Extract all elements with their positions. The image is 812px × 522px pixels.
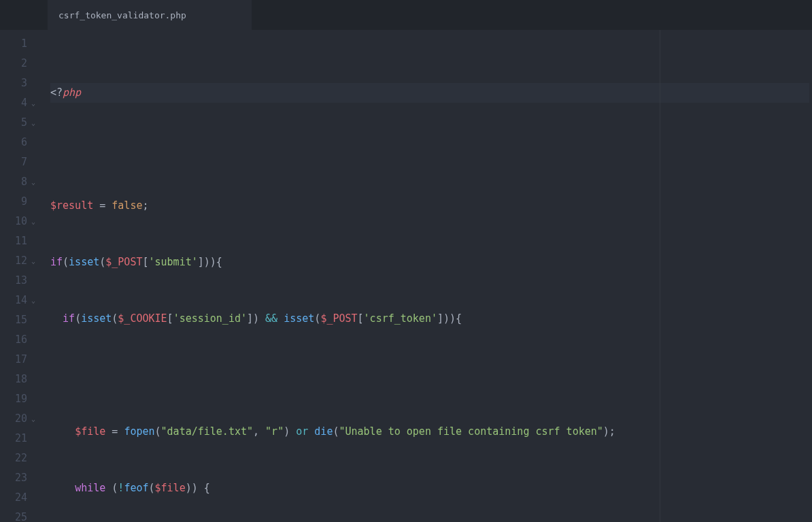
scrollbar[interactable] [809, 30, 812, 522]
line-number[interactable]: 6 [0, 133, 41, 152]
fold-icon[interactable]: ⌄ [30, 172, 37, 192]
code-line: $file = fopen("data/file.txt", "r") or d… [50, 422, 809, 442]
line-number[interactable]: 1 [0, 34, 41, 54]
tab-bar: csrf_token_validator.php [0, 0, 812, 30]
line-number[interactable]: 12⌄ [0, 251, 41, 271]
line-number[interactable]: 14⌄ [0, 291, 41, 310]
line-number[interactable]: 25 [0, 508, 41, 522]
line-number[interactable]: 23 [0, 468, 41, 488]
code-line: if(isset($_POST['submit'])){ [50, 252, 809, 272]
gutter: 1234⌄5⌄678⌄910⌄1112⌄1314⌄151617181920⌄21… [0, 30, 41, 522]
php-open-bracket: <? [50, 86, 63, 99]
tab-spacer [0, 0, 48, 30]
fold-icon[interactable]: ⌄ [30, 409, 37, 429]
code-line [50, 365, 809, 385]
line-number[interactable]: 3 [0, 74, 41, 93]
line-number[interactable]: 10⌄ [0, 212, 41, 231]
code-line [50, 140, 809, 159]
code-line: if(isset($_COOKIE['session_id']) && isse… [50, 309, 809, 329]
ruler [660, 30, 660, 522]
line-number[interactable]: 17 [0, 350, 41, 370]
line-number[interactable]: 21 [0, 429, 41, 448]
fold-icon[interactable]: ⌄ [30, 113, 37, 133]
line-number[interactable]: 15 [0, 310, 41, 330]
editor: 1234⌄5⌄678⌄910⌄1112⌄1314⌄151617181920⌄21… [0, 30, 812, 522]
line-number[interactable]: 24 [0, 488, 41, 508]
line-number[interactable]: 20⌄ [0, 409, 41, 429]
code-line: <?php [50, 83, 809, 103]
fold-icon[interactable]: ⌄ [30, 291, 37, 310]
line-number[interactable]: 19 [0, 389, 41, 409]
line-number[interactable]: 5⌄ [0, 113, 41, 133]
line-number[interactable]: 16 [0, 330, 41, 350]
php-tag: php [63, 86, 81, 99]
line-number[interactable]: 18 [0, 370, 41, 389]
line-number[interactable]: 22 [0, 448, 41, 468]
fold-icon[interactable]: ⌄ [30, 212, 37, 231]
code-area[interactable]: <?php $result = false; if(isset($_POST['… [41, 30, 809, 522]
tab-filename: csrf_token_validator.php [58, 10, 186, 20]
tab-active[interactable]: csrf_token_validator.php [48, 0, 252, 30]
line-number[interactable]: 2 [0, 54, 41, 74]
fold-icon[interactable]: ⌄ [30, 93, 37, 113]
line-number[interactable]: 7 [0, 152, 41, 172]
line-number[interactable]: 9 [0, 192, 41, 212]
code-line: while (!feof($file)) { [50, 478, 809, 498]
code-line: $result = false; [50, 196, 809, 216]
fold-icon[interactable]: ⌄ [30, 251, 37, 271]
line-number[interactable]: 8⌄ [0, 172, 41, 192]
line-number[interactable]: 13 [0, 271, 41, 291]
line-number[interactable]: 11 [0, 231, 41, 251]
line-number[interactable]: 4⌄ [0, 93, 41, 113]
